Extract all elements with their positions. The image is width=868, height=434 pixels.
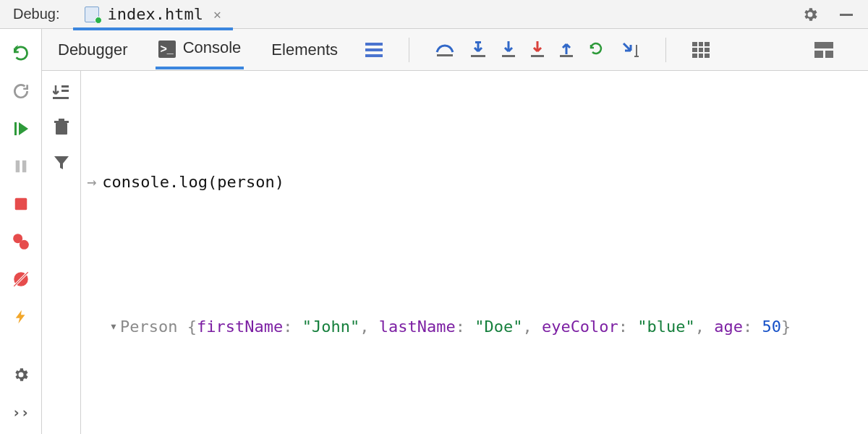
console-input-line: → console.log(person) bbox=[85, 168, 859, 197]
console-input-text: console.log(person) bbox=[102, 168, 284, 197]
class-name: Person bbox=[120, 318, 177, 336]
step-over-icon[interactable] bbox=[435, 42, 454, 58]
svg-rect-20 bbox=[61, 90, 69, 92]
lightning-icon[interactable] bbox=[11, 307, 31, 327]
svg-rect-10 bbox=[437, 54, 453, 56]
hamburger-icon[interactable] bbox=[365, 43, 383, 57]
svg-rect-12 bbox=[475, 41, 481, 43]
settings-gear-icon[interactable] bbox=[11, 365, 31, 385]
input-arrow-icon: → bbox=[85, 168, 102, 197]
tab-debugger[interactable]: Debugger bbox=[55, 41, 131, 68]
scroll-to-end-icon[interactable] bbox=[53, 84, 70, 100]
svg-rect-19 bbox=[61, 85, 69, 88]
tab-elements[interactable]: Elements bbox=[268, 41, 341, 68]
step-into-icon[interactable] bbox=[470, 41, 486, 59]
chevron-down-icon[interactable] bbox=[107, 312, 120, 342]
force-step-into-icon[interactable] bbox=[531, 41, 544, 59]
svg-rect-3 bbox=[22, 161, 26, 173]
svg-rect-18 bbox=[53, 97, 69, 99]
rerun-icon[interactable] bbox=[11, 43, 31, 64]
run-to-cursor-icon[interactable] bbox=[589, 42, 606, 58]
evaluate-grid-icon[interactable] bbox=[692, 42, 710, 58]
breakpoints-icon[interactable] bbox=[11, 231, 31, 252]
update-icon[interactable] bbox=[11, 81, 31, 101]
debug-label: Debug: bbox=[0, 6, 73, 22]
svg-rect-4 bbox=[14, 198, 27, 210]
svg-rect-11 bbox=[471, 55, 485, 57]
console-gutter bbox=[42, 71, 81, 434]
svg-rect-0 bbox=[840, 14, 853, 16]
svg-rect-2 bbox=[15, 161, 20, 173]
svg-rect-13 bbox=[502, 55, 515, 57]
close-icon[interactable]: ✕ bbox=[210, 7, 224, 22]
debug-toolbar: Debugger >_Console Elements bbox=[42, 29, 868, 71]
svg-rect-1 bbox=[14, 122, 17, 135]
layout-icon[interactable] bbox=[814, 42, 833, 58]
minimize-icon[interactable] bbox=[838, 6, 855, 23]
svg-rect-14 bbox=[531, 55, 544, 57]
svg-rect-22 bbox=[54, 121, 69, 123]
console-output: → console.log(person) Person {firstName:… bbox=[81, 71, 868, 434]
drop-frame-icon[interactable] bbox=[622, 42, 639, 58]
mute-breakpoints-icon[interactable] bbox=[11, 269, 31, 289]
file-tab-label: index.html bbox=[108, 5, 203, 23]
object-summary[interactable]: Person {firstName: "John", lastName: "Do… bbox=[85, 312, 859, 342]
debug-gutter: ›› bbox=[0, 29, 42, 434]
step-into-my-icon[interactable] bbox=[502, 41, 515, 59]
svg-rect-23 bbox=[59, 119, 64, 121]
svg-point-6 bbox=[19, 240, 28, 250]
step-out-icon[interactable] bbox=[560, 41, 573, 59]
gear-icon[interactable] bbox=[801, 6, 819, 23]
titlebar: Debug: index.html ✕ bbox=[0, 0, 868, 29]
svg-rect-21 bbox=[56, 123, 67, 135]
console-mark-icon: >_ bbox=[158, 41, 176, 58]
trash-icon[interactable] bbox=[54, 119, 69, 136]
resume-icon[interactable] bbox=[11, 119, 31, 139]
stop-icon[interactable] bbox=[11, 194, 31, 214]
tab-console-label: Console bbox=[183, 38, 242, 56]
svg-rect-15 bbox=[560, 55, 573, 57]
more-icon[interactable]: ›› bbox=[11, 402, 31, 422]
file-html-icon bbox=[83, 7, 101, 22]
tab-console[interactable]: >_Console bbox=[156, 38, 244, 69]
file-tab[interactable]: index.html ✕ bbox=[73, 1, 233, 30]
pause-icon[interactable] bbox=[11, 156, 31, 176]
filter-icon[interactable] bbox=[53, 155, 70, 171]
